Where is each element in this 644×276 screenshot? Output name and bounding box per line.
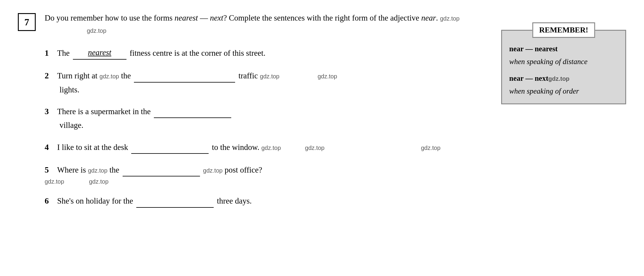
watermark-2: gdz.top — [87, 27, 107, 34]
watermark-11: gdz.top — [45, 178, 64, 185]
remember-entry-2-note: when speaking of order — [509, 87, 579, 95]
watermark-11-row: gdz.top gdz.top — [45, 177, 489, 186]
sentence-6-text: She's on holiday for the three days. — [57, 194, 252, 207]
sentence-2-blank[interactable] — [134, 69, 235, 82]
remember-entry-1: near — nearest when speaking of distance — [509, 43, 618, 68]
exercise-body: Do you remember how to use the forms nea… — [45, 12, 626, 213]
sentence-3-text: There is a supermarket in the — [57, 105, 232, 118]
sentence-6: 6 She's on holiday for the three days. — [45, 193, 489, 208]
remember-content: near — nearest when speaking of distance… — [502, 31, 625, 103]
sentence-6-blank[interactable] — [136, 194, 214, 207]
watermark-7: gdz.top — [305, 145, 325, 151]
sentence-5-num: 5 — [45, 162, 55, 177]
remember-title: REMEMBER! — [532, 22, 595, 38]
sentence-4-blank[interactable] — [131, 140, 209, 154]
watermark-9: gdz.top — [88, 167, 107, 174]
sentence-5-blank[interactable] — [123, 163, 200, 176]
sentence-1-answer: nearest — [73, 46, 126, 60]
sentence-1: 1 The nearest fitness centre is at the c… — [45, 45, 489, 61]
sentence-2-text: Turn right at gdz.top the traffic gdz.to… — [57, 69, 337, 82]
remember-entry-2-label: near — nextgdz.top — [509, 74, 570, 82]
watermark-6: gdz.top — [261, 145, 281, 151]
sentences-list: 1 The nearest fitness centre is at the c… — [45, 45, 489, 213]
exercise-container: 7 Do you remember how to use the forms n… — [18, 12, 626, 213]
watermark-1: gdz.top — [440, 15, 459, 22]
sentence-1-num: 1 — [45, 46, 55, 61]
watermark-5: gdz.top — [318, 73, 337, 80]
remember-entry-1-note: when speaking of distance — [509, 58, 587, 66]
remember-entry-2: near — nextgdz.top when speaking of orde… — [509, 72, 618, 97]
sentence-5-text: Where is gdz.top the gdz.top post office… — [57, 163, 262, 176]
sentence-3-continuation: village. — [60, 119, 489, 132]
watermark-box-1: gdz.top — [548, 75, 569, 82]
sentence-2-continuation: lights. — [60, 83, 489, 96]
instruction-text: Do you remember how to use the forms nea… — [45, 12, 489, 36]
sentence-4: 4 I like to sit at the desk to the windo… — [45, 139, 489, 155]
sentence-3-num: 3 — [45, 104, 55, 119]
sentence-3-blank[interactable] — [154, 105, 231, 118]
sentence-5: 5 Where is gdz.top the gdz.top post offi… — [45, 162, 489, 186]
sentence-2: 2 Turn right at gdz.top the traffic gdz.… — [45, 68, 489, 96]
exercise-left: Do you remember how to use the forms nea… — [45, 12, 489, 213]
watermark-4: gdz.top — [260, 73, 279, 80]
exercise-number: 7 — [18, 13, 36, 31]
sentence-4-num: 4 — [45, 140, 55, 155]
remember-entry-1-label: near — nearest — [509, 45, 558, 53]
watermark-10: gdz.top — [203, 167, 223, 174]
sentence-3: 3 There is a supermarket in the village. — [45, 103, 489, 132]
watermark-3: gdz.top — [99, 73, 119, 80]
watermark-12: gdz.top — [89, 178, 109, 185]
watermark-8: gdz.top — [421, 145, 440, 151]
remember-box: REMEMBER! near — nearest when speaking o… — [501, 30, 626, 104]
sentence-2-num: 2 — [45, 68, 55, 83]
sentence-6-num: 6 — [45, 193, 55, 208]
sentence-4-text: I like to sit at the desk to the window.… — [57, 140, 440, 154]
sentence-1-text: The nearest fitness centre is at the cor… — [57, 46, 265, 60]
